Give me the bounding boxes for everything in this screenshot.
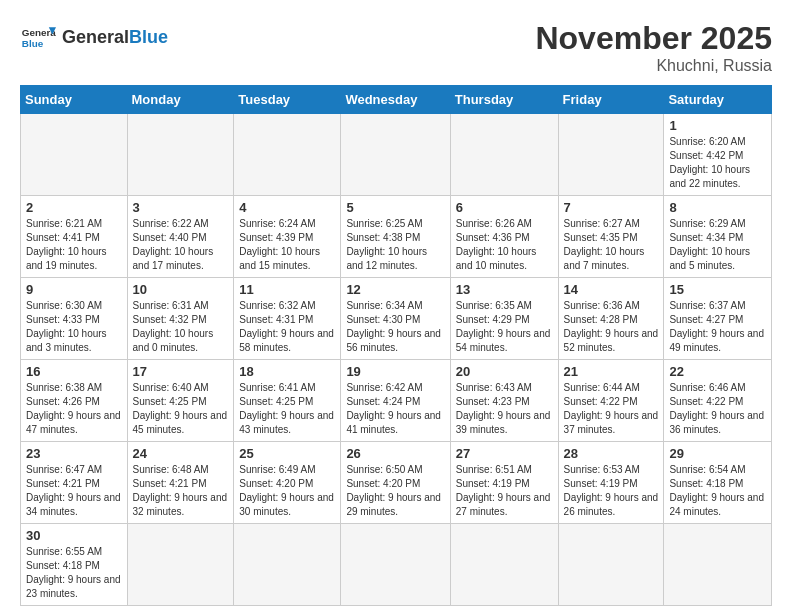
- calendar-cell: 23Sunrise: 6:47 AMSunset: 4:21 PMDayligh…: [21, 442, 128, 524]
- day-number: 30: [26, 528, 122, 543]
- calendar-week-row: 23Sunrise: 6:47 AMSunset: 4:21 PMDayligh…: [21, 442, 772, 524]
- sun-info: Sunrise: 6:46 AMSunset: 4:22 PMDaylight:…: [669, 381, 766, 437]
- day-number: 20: [456, 364, 553, 379]
- day-number: 28: [564, 446, 659, 461]
- day-number: 23: [26, 446, 122, 461]
- weekday-header-row: SundayMondayTuesdayWednesdayThursdayFrid…: [21, 86, 772, 114]
- sun-info: Sunrise: 6:49 AMSunset: 4:20 PMDaylight:…: [239, 463, 335, 519]
- day-number: 15: [669, 282, 766, 297]
- day-number: 29: [669, 446, 766, 461]
- day-number: 2: [26, 200, 122, 215]
- day-number: 19: [346, 364, 444, 379]
- calendar-cell: 25Sunrise: 6:49 AMSunset: 4:20 PMDayligh…: [234, 442, 341, 524]
- calendar-cell: 30Sunrise: 6:55 AMSunset: 4:18 PMDayligh…: [21, 524, 128, 606]
- calendar-cell: 17Sunrise: 6:40 AMSunset: 4:25 PMDayligh…: [127, 360, 234, 442]
- calendar-cell: 5Sunrise: 6:25 AMSunset: 4:38 PMDaylight…: [341, 196, 450, 278]
- sun-info: Sunrise: 6:20 AMSunset: 4:42 PMDaylight:…: [669, 135, 766, 191]
- weekday-header-friday: Friday: [558, 86, 664, 114]
- calendar-week-row: 1Sunrise: 6:20 AMSunset: 4:42 PMDaylight…: [21, 114, 772, 196]
- calendar-cell: [341, 114, 450, 196]
- calendar-cell: 20Sunrise: 6:43 AMSunset: 4:23 PMDayligh…: [450, 360, 558, 442]
- calendar-cell: [234, 114, 341, 196]
- calendar-cell: 24Sunrise: 6:48 AMSunset: 4:21 PMDayligh…: [127, 442, 234, 524]
- sun-info: Sunrise: 6:32 AMSunset: 4:31 PMDaylight:…: [239, 299, 335, 355]
- sun-info: Sunrise: 6:36 AMSunset: 4:28 PMDaylight:…: [564, 299, 659, 355]
- sun-info: Sunrise: 6:35 AMSunset: 4:29 PMDaylight:…: [456, 299, 553, 355]
- sun-info: Sunrise: 6:53 AMSunset: 4:19 PMDaylight:…: [564, 463, 659, 519]
- sun-info: Sunrise: 6:21 AMSunset: 4:41 PMDaylight:…: [26, 217, 122, 273]
- calendar-cell: [341, 524, 450, 606]
- calendar-cell: [558, 114, 664, 196]
- weekday-header-sunday: Sunday: [21, 86, 128, 114]
- calendar-cell: 9Sunrise: 6:30 AMSunset: 4:33 PMDaylight…: [21, 278, 128, 360]
- weekday-header-wednesday: Wednesday: [341, 86, 450, 114]
- weekday-header-thursday: Thursday: [450, 86, 558, 114]
- day-number: 17: [133, 364, 229, 379]
- day-number: 25: [239, 446, 335, 461]
- weekday-header-tuesday: Tuesday: [234, 86, 341, 114]
- sun-info: Sunrise: 6:29 AMSunset: 4:34 PMDaylight:…: [669, 217, 766, 273]
- calendar-cell: 14Sunrise: 6:36 AMSunset: 4:28 PMDayligh…: [558, 278, 664, 360]
- day-number: 24: [133, 446, 229, 461]
- svg-text:Blue: Blue: [22, 38, 44, 49]
- day-number: 14: [564, 282, 659, 297]
- sun-info: Sunrise: 6:31 AMSunset: 4:32 PMDaylight:…: [133, 299, 229, 355]
- sun-info: Sunrise: 6:25 AMSunset: 4:38 PMDaylight:…: [346, 217, 444, 273]
- calendar-cell: 18Sunrise: 6:41 AMSunset: 4:25 PMDayligh…: [234, 360, 341, 442]
- day-number: 10: [133, 282, 229, 297]
- sun-info: Sunrise: 6:26 AMSunset: 4:36 PMDaylight:…: [456, 217, 553, 273]
- calendar-cell: 22Sunrise: 6:46 AMSunset: 4:22 PMDayligh…: [664, 360, 772, 442]
- sun-info: Sunrise: 6:48 AMSunset: 4:21 PMDaylight:…: [133, 463, 229, 519]
- day-number: 13: [456, 282, 553, 297]
- sun-info: Sunrise: 6:27 AMSunset: 4:35 PMDaylight:…: [564, 217, 659, 273]
- calendar-cell: 16Sunrise: 6:38 AMSunset: 4:26 PMDayligh…: [21, 360, 128, 442]
- calendar-table: SundayMondayTuesdayWednesdayThursdayFrid…: [20, 85, 772, 606]
- calendar-cell: [127, 114, 234, 196]
- location: Khuchni, Russia: [535, 57, 772, 75]
- sun-info: Sunrise: 6:44 AMSunset: 4:22 PMDaylight:…: [564, 381, 659, 437]
- calendar-cell: 10Sunrise: 6:31 AMSunset: 4:32 PMDayligh…: [127, 278, 234, 360]
- weekday-header-saturday: Saturday: [664, 86, 772, 114]
- calendar-cell: 13Sunrise: 6:35 AMSunset: 4:29 PMDayligh…: [450, 278, 558, 360]
- day-number: 16: [26, 364, 122, 379]
- logo-text: GeneralBlue: [62, 28, 168, 48]
- calendar-cell: 2Sunrise: 6:21 AMSunset: 4:41 PMDaylight…: [21, 196, 128, 278]
- day-number: 22: [669, 364, 766, 379]
- calendar-cell: 28Sunrise: 6:53 AMSunset: 4:19 PMDayligh…: [558, 442, 664, 524]
- sun-info: Sunrise: 6:30 AMSunset: 4:33 PMDaylight:…: [26, 299, 122, 355]
- calendar-cell: 26Sunrise: 6:50 AMSunset: 4:20 PMDayligh…: [341, 442, 450, 524]
- day-number: 8: [669, 200, 766, 215]
- calendar-cell: [450, 524, 558, 606]
- calendar-cell: [21, 114, 128, 196]
- calendar-cell: 8Sunrise: 6:29 AMSunset: 4:34 PMDaylight…: [664, 196, 772, 278]
- sun-info: Sunrise: 6:42 AMSunset: 4:24 PMDaylight:…: [346, 381, 444, 437]
- calendar-cell: 7Sunrise: 6:27 AMSunset: 4:35 PMDaylight…: [558, 196, 664, 278]
- sun-info: Sunrise: 6:43 AMSunset: 4:23 PMDaylight:…: [456, 381, 553, 437]
- calendar-cell: 11Sunrise: 6:32 AMSunset: 4:31 PMDayligh…: [234, 278, 341, 360]
- calendar-week-row: 9Sunrise: 6:30 AMSunset: 4:33 PMDaylight…: [21, 278, 772, 360]
- calendar-cell: 3Sunrise: 6:22 AMSunset: 4:40 PMDaylight…: [127, 196, 234, 278]
- sun-info: Sunrise: 6:37 AMSunset: 4:27 PMDaylight:…: [669, 299, 766, 355]
- sun-info: Sunrise: 6:50 AMSunset: 4:20 PMDaylight:…: [346, 463, 444, 519]
- calendar-cell: 12Sunrise: 6:34 AMSunset: 4:30 PMDayligh…: [341, 278, 450, 360]
- day-number: 26: [346, 446, 444, 461]
- day-number: 27: [456, 446, 553, 461]
- day-number: 3: [133, 200, 229, 215]
- calendar-cell: [558, 524, 664, 606]
- day-number: 21: [564, 364, 659, 379]
- calendar-cell: [450, 114, 558, 196]
- logo: General Blue GeneralBlue: [20, 20, 168, 56]
- sun-info: Sunrise: 6:55 AMSunset: 4:18 PMDaylight:…: [26, 545, 122, 601]
- calendar-cell: 29Sunrise: 6:54 AMSunset: 4:18 PMDayligh…: [664, 442, 772, 524]
- calendar-cell: 15Sunrise: 6:37 AMSunset: 4:27 PMDayligh…: [664, 278, 772, 360]
- calendar-cell: 21Sunrise: 6:44 AMSunset: 4:22 PMDayligh…: [558, 360, 664, 442]
- calendar-week-row: 30Sunrise: 6:55 AMSunset: 4:18 PMDayligh…: [21, 524, 772, 606]
- sun-info: Sunrise: 6:22 AMSunset: 4:40 PMDaylight:…: [133, 217, 229, 273]
- day-number: 4: [239, 200, 335, 215]
- page-header: General Blue GeneralBlue November 2025 K…: [20, 20, 772, 75]
- day-number: 9: [26, 282, 122, 297]
- day-number: 11: [239, 282, 335, 297]
- calendar-week-row: 16Sunrise: 6:38 AMSunset: 4:26 PMDayligh…: [21, 360, 772, 442]
- sun-info: Sunrise: 6:41 AMSunset: 4:25 PMDaylight:…: [239, 381, 335, 437]
- calendar-cell: 6Sunrise: 6:26 AMSunset: 4:36 PMDaylight…: [450, 196, 558, 278]
